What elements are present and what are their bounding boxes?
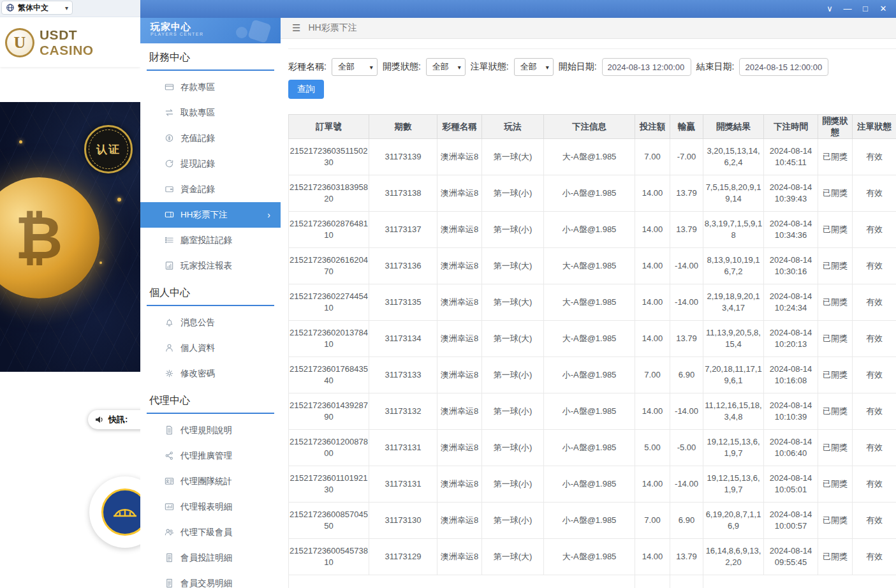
order-status-select[interactable]: 全部 ▾ [514, 58, 554, 76]
lottery-name-select[interactable]: 全部 ▾ [332, 58, 378, 76]
sidebar-item-lottery-ticket[interactable]: HH彩票下注 › [140, 202, 281, 228]
sidebar-item-deposit-card[interactable]: 存款專區 [140, 75, 281, 100]
order-no-cell: 2152172360201378410 [289, 321, 369, 357]
play-cell: 第一球(大) [482, 321, 544, 357]
bet-info-cell: 小-A盤@1.985 [544, 357, 635, 393]
table-row: 2152172360318395820 31173138 澳洲幸运8 第一球(小… [289, 175, 896, 212]
sidebar-item-withdraw-swap[interactable]: 取款專區 [140, 100, 281, 126]
result-cell: 8,3,19,7,1,5,9,18 [703, 212, 764, 248]
draw-status-label: 開獎狀態: [383, 61, 421, 73]
amount-cell: 14.00 [635, 466, 670, 503]
sidebar-item-cashout-history[interactable]: 提現記錄 [140, 151, 281, 177]
lottery-name-label: 彩種名稱: [288, 61, 327, 73]
sidebar-item-announcement-bell[interactable]: 消息公告 [140, 310, 281, 335]
sidebar-item-sub-members-users[interactable]: 代理下級會員 [140, 520, 281, 545]
globe-icon [6, 3, 15, 12]
sidebar-item-promote-share[interactable]: 代理推廣管理 [140, 443, 281, 469]
sidebar-header: 玩家中心 PLAYERS CENTER [140, 18, 281, 43]
sidebar-item-label: 存款專區 [180, 82, 215, 93]
start-date-input[interactable] [602, 58, 691, 76]
sidebar-item-label: HH彩票下注 [180, 209, 228, 221]
speaker-icon [94, 415, 105, 425]
order-no-cell: 2152172360110192130 [289, 466, 369, 503]
sidebar-item-player-report[interactable]: 玩家投注報表 [140, 253, 281, 279]
content-topbar: ☰ HH彩票下注 [281, 18, 896, 39]
sidebar-item-member-trades-filedoc[interactable]: 會員交易明細 [140, 571, 281, 588]
maximize-button[interactable]: □ [856, 0, 874, 18]
result-cell: 11,12,16,15,18,3,4,8 [703, 393, 764, 430]
sidebar-item-label: 代理推廣管理 [180, 450, 232, 462]
order-status-value: 全部 [520, 61, 537, 73]
play-cell: 第一球(小) [482, 393, 544, 430]
col-bet-info: 下注信息 [544, 115, 635, 139]
usdt-logo-icon: U [5, 28, 34, 57]
draw-status-select[interactable]: 全部 ▾ [426, 58, 466, 76]
amount-cell: 14.00 [635, 212, 670, 248]
sidebar-item-member-bets-filedoc[interactable]: 會員投註明細 [140, 545, 281, 571]
language-label: 繁体中文 [18, 3, 48, 13]
win-loss-cell: -5.00 [670, 430, 703, 466]
col-order-status: 注單狀態 [853, 115, 896, 139]
bet-info-cell: 大-A盤@1.985 [544, 139, 635, 175]
table-row: 2152172360120087800 31173131 澳洲幸运8 第一球(小… [289, 430, 896, 466]
brand-name: USDT CASINO [40, 27, 135, 58]
bet-info-cell: 大-A盤@1.985 [544, 284, 635, 321]
announcement-bell-icon [165, 318, 175, 328]
order-status-cell: 有效 [853, 539, 896, 575]
sidebar-item-rules-doc[interactable]: 代理規則說明 [140, 418, 281, 443]
order-no-cell: 2152172360143928790 [289, 393, 369, 430]
sidebar-item-team-idcard[interactable]: 代理團隊統計 [140, 469, 281, 494]
sidebar-item-funds-wallet[interactable]: 資金記錄 [140, 177, 281, 202]
result-cell: 2,19,18,9,20,13,4,17 [703, 284, 764, 321]
draw-status-cell: 已開獎 [818, 393, 853, 430]
end-date-input[interactable] [739, 58, 828, 76]
sidebar-item-label: 代理報表明細 [180, 501, 232, 513]
win-loss-cell: 13.79 [670, 539, 703, 575]
sidebar-section-title: 代理中心 [149, 394, 272, 408]
lottery-cell: 澳洲幸运8 [437, 284, 482, 321]
team-idcard-icon [165, 476, 175, 487]
order-status-cell: 有效 [853, 430, 896, 466]
chevron-down-icon: ▾ [458, 64, 461, 71]
sidebar-item-label: 代理下級會員 [180, 527, 232, 538]
result-cell: 19,12,15,13,6,1,9,7 [703, 466, 764, 503]
screen: 繁体中文 ▾ U USDT CASINO ₿ 认证 快訊: [0, 0, 896, 588]
sidebar-item-password-gear[interactable]: 修改密碼 [140, 361, 281, 386]
funds-wallet-icon [165, 184, 175, 195]
lottery-cell: 澳洲幸运8 [437, 539, 482, 575]
time-cell: 2024-08-14 10:24:34 [764, 284, 818, 321]
time-cell: 2024-08-14 10:10:39 [764, 393, 818, 430]
time-cell: 2024-08-14 10:05:01 [764, 466, 818, 503]
lottery-cell: 澳洲幸运8 [437, 357, 482, 393]
titlebar-dropdown-button[interactable]: ∨ [821, 0, 839, 18]
order-status-cell: 有效 [853, 357, 896, 393]
sidebar-item-agent-report-idcard[interactable]: 代理報表明細 [140, 494, 281, 520]
order-no-cell: 2152172360085704550 [289, 503, 369, 539]
close-button[interactable]: ✕ [874, 0, 892, 18]
table-header-row: 訂單號 期數 彩種名稱 玩法 下注信息 投注額 輸贏 開獎結果 下注時間 開獎狀… [289, 115, 896, 139]
sidebar-item-profile-user[interactable]: 個人資料 [140, 335, 281, 361]
search-button[interactable]: 查詢 [288, 80, 324, 99]
period-cell: 31173133 [369, 357, 437, 393]
period-cell: 31173134 [369, 321, 437, 357]
draw-status-cell: 已開獎 [818, 503, 853, 539]
result-cell: 7,20,18,11,17,19,6,1 [703, 357, 764, 393]
language-selector[interactable]: 繁体中文 ▾ [1, 1, 73, 15]
sidebar-item-room-list[interactable]: 廳室投註記錄 [140, 228, 281, 253]
amount-cell: 14.00 [635, 321, 670, 357]
deposit-card-icon [165, 82, 175, 92]
win-loss-cell: -7.00 [670, 139, 703, 175]
minimize-button[interactable]: — [839, 0, 856, 18]
result-cell: 7,5,15,8,20,9,19,14 [703, 175, 764, 212]
win-loss-cell: -14.00 [670, 466, 703, 503]
sidebar-item-recharge-coin[interactable]: 充值記錄 [140, 126, 281, 151]
draw-status-cell: 已開獎 [818, 430, 853, 466]
lottery-cell: 澳洲幸运8 [437, 175, 482, 212]
gold-dot-decoration [117, 198, 121, 202]
period-cell: 31173139 [369, 139, 437, 175]
time-cell: 2024-08-14 10:16:08 [764, 357, 818, 393]
password-gear-icon [165, 369, 175, 379]
certified-badge-label: 认证 [96, 142, 121, 157]
hamburger-menu-icon[interactable]: ☰ [292, 22, 300, 34]
period-cell: 31173131 [369, 430, 437, 466]
